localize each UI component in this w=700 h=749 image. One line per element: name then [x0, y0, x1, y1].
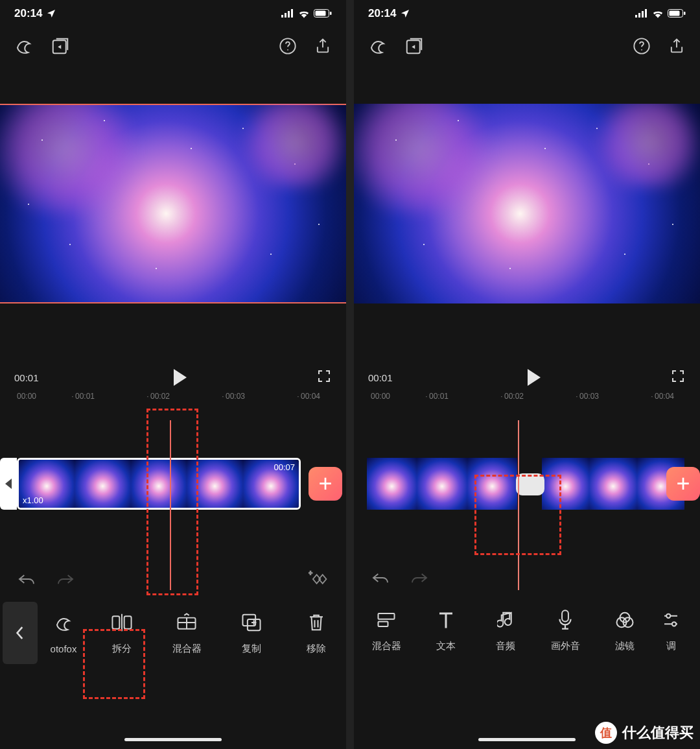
svg-text:+: + [309, 571, 312, 577]
ruler-tick: 00:02 [150, 392, 220, 401]
tool-strip: otofox 拆分 混合器 复制 移除 [0, 602, 346, 664]
tool-voiceover[interactable]: 画外音 [535, 599, 595, 661]
timeline-track[interactable]: + [354, 454, 700, 519]
time-ruler[interactable]: 00:00· 00:01· 00:02· 00:03· 00:04 [0, 386, 346, 409]
tool-remove[interactable]: 移除 [284, 602, 346, 664]
tool-adjust[interactable]: 调 [655, 599, 687, 661]
play-button[interactable] [528, 369, 541, 386]
svg-rect-1 [285, 13, 286, 18]
location-icon [46, 8, 56, 19]
projects-icon[interactable] [404, 36, 424, 56]
svg-rect-31 [379, 613, 395, 619]
share-icon[interactable] [668, 37, 686, 55]
ruler-tick: 00:01 [75, 392, 145, 401]
tool-duplicate[interactable]: 复制 [219, 602, 284, 664]
watermark-badge-icon: 值 [595, 722, 617, 744]
redo-icon[interactable] [410, 571, 429, 585]
tool-label: 画外音 [551, 640, 580, 652]
help-icon[interactable] [633, 37, 651, 55]
svg-point-40 [672, 622, 676, 626]
tool-mixer[interactable]: 混合器 [154, 602, 219, 664]
ruler-tick: 00:00 [354, 392, 424, 401]
play-button[interactable] [174, 369, 187, 386]
battery-icon [314, 9, 332, 18]
tool-photofox[interactable]: otofox [38, 602, 89, 664]
redo-icon[interactable] [56, 572, 75, 586]
playhead[interactable] [518, 420, 519, 590]
signal-icon [635, 9, 648, 18]
projects-icon[interactable] [51, 36, 70, 56]
clip-trim-handle-left[interactable] [0, 458, 17, 510]
video-preview[interactable] [354, 104, 700, 303]
screenshot-right: 20:14 00:01 00:00· [354, 0, 700, 749]
undo-icon[interactable] [17, 572, 36, 586]
ruler-tick: 00:01 [429, 392, 499, 401]
playhead[interactable] [170, 420, 171, 590]
ruler-tick: 00:04 [301, 392, 346, 401]
svg-rect-2 [288, 11, 290, 18]
svg-rect-33 [562, 610, 568, 621]
signal-icon [281, 9, 294, 18]
timeline-track[interactable]: 00:07 x1.00 + [0, 454, 346, 519]
svg-rect-5 [316, 11, 326, 16]
tool-strip: 混合器 文本 音频 画外音 滤镜 调 [354, 599, 700, 661]
undo-icon[interactable] [371, 571, 390, 585]
share-icon[interactable] [314, 37, 332, 55]
tool-label: 复制 [242, 643, 261, 655]
svg-rect-22 [638, 13, 640, 18]
video-clip[interactable]: 00:07 x1.00 [17, 458, 301, 510]
svg-rect-21 [635, 15, 637, 18]
tool-label: 文本 [436, 640, 456, 652]
svg-rect-27 [684, 12, 686, 15]
tool-mixer[interactable]: 混合器 [356, 599, 416, 661]
app-toolbar [0, 27, 346, 65]
playback-time: 00:01 [14, 372, 39, 383]
video-clip-a[interactable] [367, 458, 517, 510]
tool-filter[interactable]: 滤镜 [595, 599, 655, 661]
wifi-icon [298, 9, 310, 18]
svg-rect-26 [670, 11, 680, 16]
tool-audio[interactable]: 音频 [476, 599, 535, 661]
tool-label: 音频 [496, 640, 515, 652]
video-preview[interactable] [0, 104, 346, 303]
transition-handle[interactable] [516, 473, 544, 495]
video-clip-b[interactable] [542, 458, 684, 510]
add-clip-button[interactable]: + [666, 467, 700, 501]
tool-label: 移除 [307, 643, 326, 655]
battery-icon [668, 9, 686, 18]
help-icon[interactable] [279, 37, 297, 55]
location-icon [400, 8, 410, 19]
add-clip-button[interactable]: + [309, 467, 342, 501]
tool-text[interactable]: 文本 [416, 599, 476, 661]
tool-label: 混合器 [372, 640, 401, 652]
clip-speed: x1.00 [23, 495, 43, 505]
ruler-tick: 00:03 [579, 392, 649, 401]
tool-label: 拆分 [112, 643, 132, 655]
logo-icon[interactable] [368, 36, 388, 56]
fullscreen-icon[interactable] [316, 368, 332, 386]
fullscreen-icon[interactable] [670, 368, 686, 386]
app-toolbar [354, 27, 700, 65]
status-bar: 20:14 [354, 0, 700, 27]
playback-time: 00:01 [368, 372, 393, 383]
status-time: 20:14 [14, 7, 42, 20]
ruler-tick: 00:03 [226, 392, 296, 401]
svg-point-39 [666, 613, 670, 617]
logo-icon[interactable] [14, 36, 34, 56]
status-time: 20:14 [368, 7, 396, 20]
keyframe-icon[interactable]: + [309, 571, 329, 588]
tool-label: 调 [666, 640, 676, 652]
svg-rect-12 [124, 616, 132, 628]
home-indicator[interactable] [478, 738, 576, 741]
svg-rect-11 [112, 616, 119, 628]
time-ruler[interactable]: 00:00· 00:01· 00:02· 00:03· 00:04 [354, 386, 700, 409]
home-indicator[interactable] [124, 738, 222, 741]
svg-rect-24 [645, 9, 647, 18]
watermark: 值 什么值得买 [595, 722, 694, 744]
tool-split[interactable]: 拆分 [89, 602, 154, 664]
status-bar: 20:14 [0, 0, 346, 27]
svg-rect-6 [330, 12, 332, 15]
clip-duration: 00:07 [274, 462, 295, 472]
back-button[interactable] [3, 602, 38, 664]
svg-rect-0 [281, 15, 283, 18]
